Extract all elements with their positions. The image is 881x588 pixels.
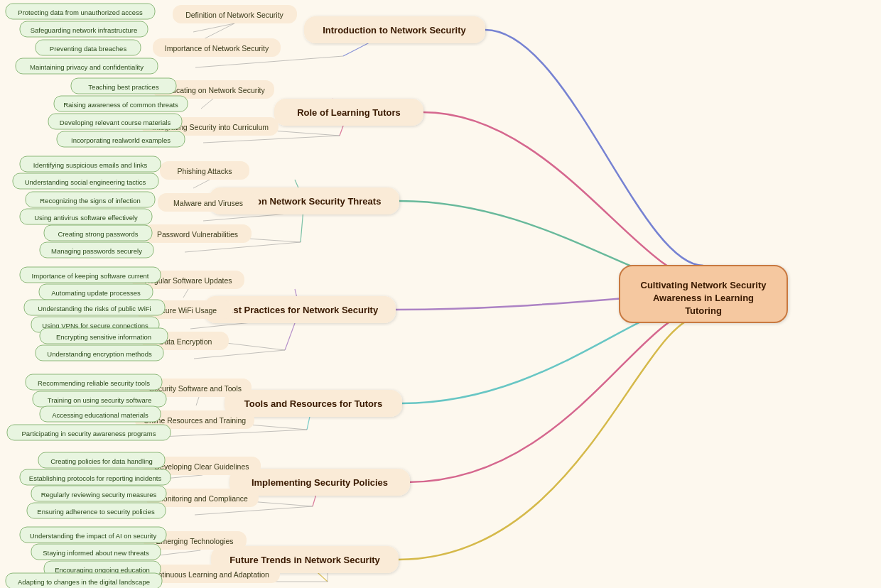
svg-text:Importance of Network Security: Importance of Network Security [165,44,269,53]
leaf-antivirus: Using antivirus software effectively [20,209,152,224]
svg-text:Encrypting sensitive informati: Encrypting sensitive information [56,333,151,341]
leaf-incorporating: Incorporating realworld examples [57,131,185,147]
svg-text:Understanding the impact of AI: Understanding the impact of AI on securi… [30,532,157,540]
branch-policies-label: Implementing Security Policies [252,477,388,488]
svg-text:Password Vulnerabilities: Password Vulnerabilities [157,230,238,239]
leaf-automating: Automating update processes [39,284,153,300]
sub-importance: Importance of Network Security [153,38,281,57]
svg-text:Phishing Attacks: Phishing Attacks [177,167,232,175]
svg-text:Monitoring and Compliance: Monitoring and Compliance [157,494,248,503]
leaf-preventing: Preventing data breaches [36,40,141,55]
leaf-strong-pass: Creating strong passwords [44,225,152,241]
svg-text:Protecting data from unauthori: Protecting data from unauthorized access [18,9,143,16]
svg-text:Regularly reviewing security m: Regularly reviewing security measures [41,491,157,499]
leaf-safeguarding: Safeguarding network infrastructure [20,21,148,37]
svg-text:Importance of keeping software: Importance of keeping software current [32,272,149,280]
svg-text:Incorporating realworld exampl: Incorporating realworld examples [71,136,171,144]
svg-text:Malware and Viruses: Malware and Viruses [173,199,243,207]
leaf-keeping-current: Importance of keeping software current [20,267,161,283]
sub-definition: Definition of Network Security [173,5,297,23]
svg-text:Recommending reliable security: Recommending reliable security tools [38,379,150,387]
svg-text:Emerging Technologies: Emerging Technologies [156,537,234,545]
svg-text:Using antivirus software effec: Using antivirus software effectively [34,214,138,222]
center-node: Cultivating Network Security Awareness i… [620,266,787,322]
svg-text:Managing passwords securely: Managing passwords securely [51,247,142,255]
branch-role: Role of Learning Tutors [274,99,423,126]
svg-text:Recognizing the signs of infec: Recognizing the signs of infection [40,197,141,205]
leaf-protecting: Protecting data from unauthorized access [6,4,155,19]
svg-text:Adapting to changes in the dig: Adapting to changes in the digital lands… [18,578,150,586]
leaf-regularly-reviewing: Regularly reviewing security measures [31,486,166,501]
svg-text:Preventing data breaches: Preventing data breaches [50,45,127,53]
branch-future-label: Future Trends in Network Security [229,555,380,565]
svg-text:Accessing educational material: Accessing educational materials [52,411,148,419]
svg-text:Establishing protocols for rep: Establishing protocols for reporting inc… [29,474,162,482]
svg-text:Definition of Network Security: Definition of Network Security [185,11,283,19]
svg-text:Developing relevant course mat: Developing relevant course materials [60,119,171,126]
leaf-recognizing: Recognizing the signs of infection [26,192,155,207]
sub-malware: Malware and Viruses [158,193,259,212]
branch-role-label: Role of Learning Tutors [297,107,401,118]
svg-text:Teaching best practices: Teaching best practices [88,83,159,91]
svg-text:Understanding the risks of pub: Understanding the risks of public WiFi [38,305,151,312]
svg-text:Staying informed about new thr: Staying informed about new threats [43,549,149,557]
svg-text:Continuous Learning and Adapta: Continuous Learning and Adaptation [148,570,269,579]
leaf-recommending: Recommending reliable security tools [26,374,162,390]
leaf-teaching: Teaching best practices [71,78,176,94]
svg-text:Understanding social engineeri: Understanding social engineering tactics [25,178,146,186]
leaf-ensuring: Ensuring adherence to security policies [27,503,166,518]
svg-text:Understanding encryption metho: Understanding encryption methods [47,350,152,358]
leaf-maintaining: Maintaining privacy and confidentiality [16,58,158,74]
branch-intro-label: Introduction to Network Security [323,25,466,36]
svg-text:Identifying suspicious emails : Identifying suspicious emails and links [33,161,148,169]
sub-phishing: Phishing Attacks [160,161,249,180]
leaf-training-software: Training on using security software [33,391,166,407]
svg-text:Participating in security awar: Participating in security awareness prog… [21,430,156,437]
branch-tools-label: Tools and Resources for Tutors [244,398,383,409]
svg-text:Educating on Network Security: Educating on Network Security [163,86,265,94]
leaf-staying-informed: Staying informed about new threats [31,544,161,560]
svg-text:Safeguarding network infrastru: Safeguarding network infrastructure [31,26,138,34]
svg-text:Creating strong passwords: Creating strong passwords [58,230,139,238]
leaf-social-eng: Understanding social engineering tactics [13,173,158,189]
svg-text:Awareness in Learning: Awareness in Learning [653,293,754,303]
svg-text:Security Software and Tools: Security Software and Tools [149,384,242,393]
leaf-establishing: Establishing protocols for reporting inc… [20,469,171,485]
leaf-raising: Raising awareness of common threats [54,96,188,111]
svg-text:Training on using security sof: Training on using security software [48,396,151,404]
leaf-identifying: Identifying suspicious emails and links [20,156,161,172]
leaf-accessing: Accessing educational materials [40,406,161,422]
leaf-creating-policies: Creating policies for data handling [38,452,165,468]
svg-text:Ensuring adherence to security: Ensuring adherence to security policies [37,508,155,516]
branch-intro: Introduction to Network Security [304,16,485,43]
leaf-encrypting-sensitive: Encrypting sensitive information [40,328,168,344]
svg-text:Automating update processes: Automating update processes [51,289,141,297]
svg-text:Creating policies for data han: Creating policies for data handling [50,457,153,465]
svg-text:Raising awareness of common th: Raising awareness of common threats [63,101,178,109]
branch-best-label: Best Practices for Network Security [222,305,379,315]
svg-text:Maintaining privacy and confid: Maintaining privacy and confidentiality [30,63,144,71]
svg-text:Tutoring: Tutoring [685,305,722,316]
leaf-developing-course: Developing relevant course materials [48,114,182,129]
center-label: Cultivating Network Security [641,280,767,290]
svg-text:Encouraging ongoing education: Encouraging ongoing education [55,566,150,574]
leaf-adapting: Adapting to changes in the digital lands… [6,573,162,588]
sub-password: Password Vulnerabilities [144,224,252,243]
svg-text:Developing Clear Guidelines: Developing Clear Guidelines [154,462,249,471]
leaf-ai-impact: Understanding the impact of AI on securi… [20,527,166,543]
leaf-managing-pass: Managing passwords securely [40,242,153,258]
leaf-participating: Participating in security awareness prog… [7,425,171,440]
leaf-public-wifi: Understanding the risks of public WiFi [24,300,165,315]
leaf-encryption-methods: Understanding encryption methods [36,345,163,361]
